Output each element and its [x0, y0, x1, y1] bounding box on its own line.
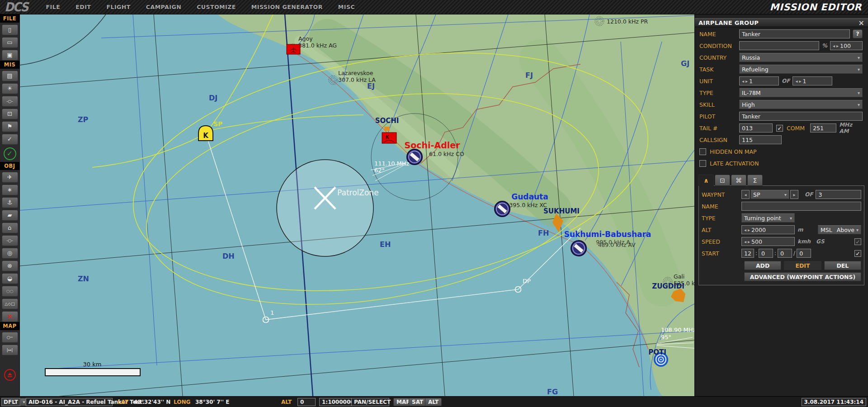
wp-name-input[interactable] [741, 202, 861, 211]
briefing-icon[interactable]: ▤ [2, 71, 18, 81]
shapes-icon[interactable]: △◇□ [2, 298, 18, 309]
template-icon[interactable]: ◒ [2, 273, 18, 284]
callsign-input[interactable] [739, 135, 782, 144]
waypoint-count-input[interactable] [816, 190, 861, 199]
menu-campaign[interactable]: CAMPAIGN [146, 4, 181, 10]
pilot-input[interactable] [739, 112, 863, 121]
mode-box[interactable]: PAN/SELECT [351, 398, 389, 406]
menu-flight[interactable]: FLIGHT [106, 4, 130, 10]
alt-layer-button[interactable]: ALT [425, 398, 442, 406]
scale-label: 30 km [83, 361, 102, 368]
distance-tool-icon[interactable]: ○─ [2, 332, 18, 343]
start-day-input[interactable] [797, 249, 811, 258]
task-select[interactable]: Refueling ▾ [739, 65, 863, 74]
helicopter-icon[interactable]: ∗ [2, 185, 18, 195]
late-activation-checkbox[interactable] [699, 160, 706, 167]
mission-name-box[interactable]: AID-016 - AI_A2A - Refuel Tanker Test. [26, 398, 113, 406]
new-mission-icon[interactable]: ▯ [2, 24, 18, 35]
save-mission-icon[interactable]: ▣ [2, 50, 18, 61]
menu-customize[interactable]: CUSTOMIZE [197, 4, 236, 10]
alt-status-value[interactable]: 0 [297, 398, 316, 406]
stepper-right-icon[interactable]: ▸ [836, 43, 839, 48]
close-icon[interactable]: × [859, 19, 868, 27]
advanced-actions-button[interactable]: ADVANCED (WAYPOINT ACTIONS) [744, 272, 861, 281]
radio-tower-marker[interactable]: K [382, 133, 396, 143]
edit-button[interactable]: EDIT [784, 261, 821, 270]
waypoint-next-button[interactable]: ▸ [790, 190, 798, 199]
scale-bar [45, 369, 140, 376]
skill-select[interactable]: High ▾ [739, 100, 863, 109]
start-waypoint-marker[interactable]: K [198, 126, 213, 141]
window-title: MISSION EDITOR [769, 2, 862, 13]
tab-summary[interactable]: Σ [747, 175, 763, 186]
group-name-input[interactable] [739, 29, 850, 38]
unit-stepper[interactable]: ◂▸ 1 [739, 76, 779, 85]
grid-label: DH [222, 252, 235, 260]
start-time-checkbox[interactable]: ✓ [854, 250, 861, 257]
task-label: TASK [699, 66, 739, 73]
alt-stepper[interactable]: ◂▸ 2000 [741, 225, 795, 234]
vehicle-icon[interactable]: ▰ [2, 210, 18, 221]
zone-icon[interactable]: ⊗ [2, 260, 18, 271]
airplane-icon[interactable]: ✈ [2, 172, 18, 183]
aircraft-type-select[interactable]: IL-78M ▾ [739, 88, 863, 97]
radio-tower-marker[interactable] [287, 44, 300, 54]
del-button[interactable]: DEL [824, 261, 861, 270]
airport-icon-gudauta[interactable] [495, 201, 510, 217]
comm-frequency-input[interactable] [810, 123, 836, 133]
tab-payload[interactable]: ⊡ [715, 175, 730, 186]
static-object-icon[interactable]: ⌂ [2, 222, 18, 233]
main-menu: FILE EDIT FLIGHT CAMPAIGN CUSTOMIZE MISS… [46, 4, 355, 10]
pilot-label: PILOT [699, 113, 739, 120]
route-tool-icon[interactable]: -○- [2, 235, 18, 246]
start-label: START [702, 250, 741, 257]
start-minutes-input[interactable] [759, 249, 773, 258]
wp-type-select[interactable]: Turning point ▾ [741, 213, 795, 222]
status-bar: DFLT ▾ AID-016 - AI_A2A - Refuel Tanker … [0, 396, 868, 407]
airport-label-sochi-adler: Sochi-Adler [405, 140, 461, 150]
menu-misc[interactable]: MISC [338, 4, 355, 10]
condition-input[interactable] [739, 41, 819, 50]
patrol-zone-circle[interactable] [277, 160, 373, 256]
weather-icon[interactable]: ☀ [2, 83, 18, 94]
ruler-icon[interactable]: |↔| [2, 345, 18, 355]
speed-lock-checkbox[interactable]: ✓ [854, 238, 861, 245]
bullseye-icon[interactable]: ◎ [2, 248, 18, 259]
sat-layer-button[interactable]: SAT [409, 398, 426, 406]
help-button[interactable]: ? [853, 29, 863, 38]
unit-of-stepper[interactable]: ◂▸ 1 [793, 76, 832, 85]
start-seconds-input[interactable] [778, 249, 792, 258]
failures-icon[interactable]: -○- [2, 96, 18, 107]
unit-group-icon[interactable]: ◌◌ [2, 286, 18, 297]
tab-systems[interactable]: ⌘ [731, 175, 746, 186]
waypoint-prev-button[interactable]: ◂ [741, 190, 750, 199]
triggers-icon[interactable]: ⊡ [2, 109, 18, 119]
speed-stepper[interactable]: ◂▸ 500 [741, 237, 795, 246]
add-button[interactable]: ADD [744, 261, 781, 270]
ils-freq-sochi: 111.10 MHz [374, 160, 410, 167]
goals-icon[interactable]: ⚑ [2, 121, 18, 132]
tail-number-input[interactable] [739, 123, 773, 133]
menu-file[interactable]: FILE [46, 4, 61, 10]
country-select[interactable]: Russia ▾ [739, 53, 863, 62]
waypoint-select[interactable]: SP ▾ [750, 190, 789, 199]
stepper-left-icon[interactable]: ◂ [833, 43, 835, 48]
rules-check-icon[interactable]: ✓ [2, 134, 18, 145]
toolbar-section-file: FILE [0, 14, 19, 23]
menu-edit[interactable]: EDIT [75, 4, 91, 10]
exit-icon[interactable] [4, 369, 16, 381]
start-hours-input[interactable] [741, 249, 754, 258]
alt-type-select[interactable]: MSL Above ▾ [818, 225, 861, 234]
hidden-on-map-checkbox[interactable] [699, 148, 706, 155]
map-svg[interactable]: PatrolZone 1 DP K SP Agoy 381.0 kHz AG L… [20, 14, 694, 396]
mission-check-icon[interactable]: ✓ [4, 147, 16, 160]
ship-icon[interactable]: ⚓ [2, 197, 18, 208]
comm-checkbox[interactable]: ✓ [776, 125, 783, 132]
probability-stepper[interactable]: ◂ ▸ 100 [830, 41, 863, 50]
delete-icon[interactable]: × [2, 311, 18, 322]
map-canvas[interactable]: PatrolZone 1 DP K SP Agoy 381.0 kHz AG L… [20, 14, 694, 396]
open-mission-icon[interactable]: ▭ [2, 37, 18, 48]
tab-route[interactable]: ∧ [698, 175, 714, 186]
airport-icon-babushara[interactable] [571, 241, 586, 256]
menu-mission-generator[interactable]: MISSION GENERATOR [251, 4, 323, 10]
